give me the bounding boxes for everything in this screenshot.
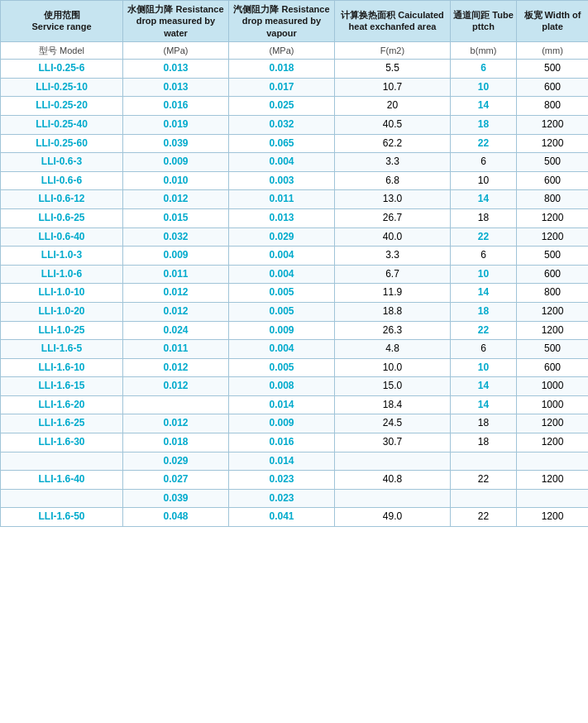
cell-width: 800 xyxy=(517,284,589,303)
cell-vapour: 0.032 xyxy=(229,115,335,134)
cell-area: 3.3 xyxy=(335,247,451,266)
table-row: LLI-0.6-400.0320.02940.0221200 xyxy=(1,227,589,247)
cell-width: 800 xyxy=(517,190,589,209)
cell-tube: 22 xyxy=(451,508,517,527)
cell-tube: 18 xyxy=(451,302,517,321)
cell-vapour: 0.017 xyxy=(229,78,335,97)
cell-water: 0.013 xyxy=(123,78,229,97)
cell-tube: 18 xyxy=(451,115,517,134)
cell-tube: 14 xyxy=(451,377,517,396)
cell-water: 0.012 xyxy=(123,284,229,303)
cell-vapour: 0.011 xyxy=(229,190,335,209)
unit-width: (mm) xyxy=(517,41,589,59)
cell-area: 18.8 xyxy=(335,302,451,321)
unit-area: F(m2) xyxy=(335,41,451,59)
cell-vapour: 0.004 xyxy=(229,247,335,266)
cell-model xyxy=(1,489,123,508)
table-row: LLI-0.25-60.0130.0185.56500 xyxy=(1,60,589,79)
cell-model: LLI-1.0-3 xyxy=(1,247,123,266)
cell-water: 0.010 xyxy=(123,171,229,190)
cell-area: 10.0 xyxy=(335,358,451,377)
cell-area: 62.2 xyxy=(335,134,451,153)
cell-area: 6.8 xyxy=(335,171,451,190)
cell-tube: 6 xyxy=(451,153,517,172)
unit-water: (MPa) xyxy=(123,41,229,59)
cell-area: 6.7 xyxy=(335,265,451,284)
table-row: LLI-0.25-600.0390.06562.2221200 xyxy=(1,134,589,153)
cell-water: 0.012 xyxy=(123,414,229,433)
cell-area: 4.8 xyxy=(335,340,451,359)
cell-area: 26.7 xyxy=(335,208,451,227)
cell-vapour: 0.008 xyxy=(229,377,335,396)
cell-area: 3.3 xyxy=(335,153,451,172)
table-row: LLI-1.0-250.0240.00926.3221200 xyxy=(1,321,589,340)
cell-vapour: 0.009 xyxy=(229,321,335,340)
cell-model: LLI-1.6-10 xyxy=(1,358,123,377)
header-vapour: 汽侧阻力降 Resistance drop measured by vapour xyxy=(229,1,335,42)
cell-water: 0.011 xyxy=(123,265,229,284)
table-row: 0.0390.023 xyxy=(1,489,589,508)
header-row-1: 使用范围Service range 水侧阻力降 Resistance drop … xyxy=(1,1,589,42)
cell-width: 1000 xyxy=(517,377,589,396)
cell-model: LLI-0.25-6 xyxy=(1,60,123,79)
header-area: 计算换热面积 Caiculated heat exchanfed area xyxy=(335,1,451,42)
cell-area: 49.0 xyxy=(335,508,451,527)
cell-vapour: 0.005 xyxy=(229,358,335,377)
cell-width: 600 xyxy=(517,171,589,190)
cell-width: 500 xyxy=(517,60,589,79)
cell-tube xyxy=(451,489,517,508)
cell-vapour: 0.018 xyxy=(229,60,335,79)
cell-vapour: 0.023 xyxy=(229,489,335,508)
cell-tube: 14 xyxy=(451,97,517,116)
cell-model: LLI-1.0-20 xyxy=(1,302,123,321)
cell-tube: 22 xyxy=(451,321,517,340)
cell-area: 10.7 xyxy=(335,78,451,97)
cell-width: 1200 xyxy=(517,471,589,490)
cell-vapour: 0.065 xyxy=(229,134,335,153)
cell-tube: 6 xyxy=(451,60,517,79)
cell-tube: 10 xyxy=(451,78,517,97)
cell-model: LLI-1.6-40 xyxy=(1,471,123,490)
cell-model: LLI-1.6-20 xyxy=(1,395,123,414)
cell-tube: 10 xyxy=(451,171,517,190)
cell-tube: 6 xyxy=(451,340,517,359)
cell-width: 1200 xyxy=(517,508,589,527)
cell-area xyxy=(335,489,451,508)
cell-tube xyxy=(451,452,517,471)
table-row: LLI-1.6-250.0120.00924.5181200 xyxy=(1,414,589,433)
cell-width: 600 xyxy=(517,358,589,377)
table-row: LLI-0.25-400.0190.03240.5181200 xyxy=(1,115,589,134)
table-row: LLI-1.0-60.0110.0046.710600 xyxy=(1,265,589,284)
cell-water: 0.016 xyxy=(123,97,229,116)
cell-width: 1200 xyxy=(517,321,589,340)
cell-width: 1200 xyxy=(517,302,589,321)
cell-width: 500 xyxy=(517,153,589,172)
table-row: LLI-0.25-200.0160.0252014800 xyxy=(1,97,589,116)
table-row: LLI-1.6-300.0180.01630.7181200 xyxy=(1,433,589,452)
cell-width: 600 xyxy=(517,78,589,97)
cell-model: LLI-1.6-5 xyxy=(1,340,123,359)
cell-model: LLI-0.6-6 xyxy=(1,171,123,190)
unit-tube: b(mm) xyxy=(451,41,517,59)
table-row: LLI-0.6-120.0120.01113.014800 xyxy=(1,190,589,209)
table-row: LLI-1.0-30.0090.0043.36500 xyxy=(1,247,589,266)
cell-model: LLI-1.0-6 xyxy=(1,265,123,284)
cell-width: 1200 xyxy=(517,414,589,433)
cell-water: 0.029 xyxy=(123,452,229,471)
header-tube: 通道间距 Tube pttch xyxy=(451,1,517,42)
cell-water: 0.012 xyxy=(123,302,229,321)
table-row: LLI-1.6-50.0110.0044.86500 xyxy=(1,340,589,359)
cell-water: 0.027 xyxy=(123,471,229,490)
cell-model: LLI-1.0-10 xyxy=(1,284,123,303)
cell-model: LLI-0.6-25 xyxy=(1,208,123,227)
cell-vapour: 0.005 xyxy=(229,284,335,303)
cell-area: 15.0 xyxy=(335,377,451,396)
cell-model: LLI-0.25-10 xyxy=(1,78,123,97)
table-row: LLI-1.6-400.0270.02340.8221200 xyxy=(1,471,589,490)
cell-width: 800 xyxy=(517,97,589,116)
cell-model xyxy=(1,452,123,471)
cell-vapour: 0.016 xyxy=(229,433,335,452)
cell-vapour: 0.009 xyxy=(229,414,335,433)
cell-area: 40.5 xyxy=(335,115,451,134)
unit-model: 型号 Model xyxy=(1,41,123,59)
